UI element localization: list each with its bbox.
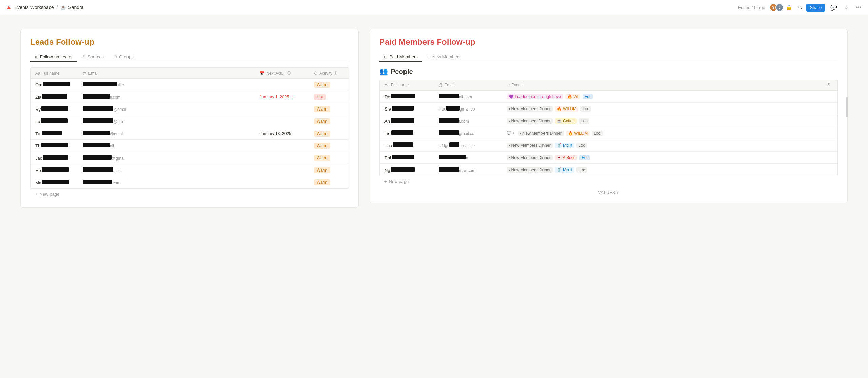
share-button[interactable]: Share xyxy=(806,4,825,12)
event-tag-sec: 🍷 A Secu xyxy=(555,155,578,160)
paid-members-tabs: ⊞ Paid Members ⊞ New Members xyxy=(379,52,838,62)
page-content: Leads Follow-up ⊞ Follow-up Leads ⏱ Sour… xyxy=(0,15,868,221)
td-email-0: ail.c xyxy=(81,80,258,89)
td-badge-7: Warm xyxy=(312,166,346,175)
td-pm-extra-5 xyxy=(825,156,835,159)
table-row: Jac @gma Warm xyxy=(31,152,349,164)
plus-count: +3 xyxy=(798,5,803,10)
td-date-3 xyxy=(258,120,312,123)
follow-up-leads-tab-icon: ⊞ xyxy=(35,55,38,59)
th-activity: ⏱ Activity ⓘ xyxy=(312,69,346,77)
topbar: 🔺 Events Workspace / ☕ Sandra Edited 1h … xyxy=(0,0,868,15)
th-pm-fn-label: Full name xyxy=(391,83,409,87)
td-pm-event-3: 💬 1 ▪ New Members Dinner 🔥 WILDM Loc xyxy=(505,129,825,137)
scrollbar[interactable] xyxy=(846,97,848,117)
table-row: Om ail.c Warm xyxy=(31,79,349,91)
table-row: Lu @gm Warm xyxy=(31,115,349,127)
td-pm-extra-3 xyxy=(825,132,835,135)
table-row: Tha c Ngugmail.co ▪ New Members Dinner 🥤… xyxy=(380,139,837,152)
td-pm-email-0: ail.com xyxy=(437,92,505,101)
paid-members-table-body: De ail.com 💜 Leadership Through Love 🔥 W… xyxy=(379,90,838,176)
workspace-name[interactable]: Events Workspace xyxy=(14,5,54,10)
clock-icon: ⏱ xyxy=(290,95,294,99)
th-activity-icon: ⏱ xyxy=(314,71,318,76)
td-pm-name-2: An xyxy=(382,117,437,125)
pm-new-page-row[interactable]: + New page xyxy=(379,176,838,187)
tab-follow-up-leads[interactable]: ⊞ Follow-up Leads xyxy=(30,52,77,62)
status-badge: Warm xyxy=(314,131,330,137)
event-tag-new-members-dinner-5: ▪ New Members Dinner xyxy=(507,155,553,160)
td-pm-name-0: De xyxy=(382,92,437,101)
people-label: People xyxy=(391,68,413,76)
sources-tab-icon: ⏱ xyxy=(82,55,86,59)
td-badge-3: Warm xyxy=(312,117,346,126)
status-badge: Warm xyxy=(314,82,330,88)
th-pm-extra-icon: ⏱ xyxy=(827,83,831,87)
comment-icon[interactable]: 💬 xyxy=(829,3,839,12)
event-tag-mix: 🥤 Mix it xyxy=(555,143,574,148)
page-name[interactable]: Sandra xyxy=(68,5,83,10)
status-tag-loc-5: Loc xyxy=(576,167,587,173)
th-fullname: Aa Full name xyxy=(33,69,81,77)
date-red: January 1, 2025 ⏱ xyxy=(260,95,310,99)
th-next-activity-info[interactable]: ⓘ xyxy=(287,71,291,76)
event-tag-new-members-dinner-2: ▪ New Members Dinner xyxy=(507,118,553,124)
status-badge: Warm xyxy=(314,179,330,185)
table-row: Ng mail.com ▪ New Members Dinner 🥤 Mix i… xyxy=(380,164,837,176)
status-badge: Warm xyxy=(314,106,330,112)
td-email-4: @gmai xyxy=(81,129,258,138)
th-activity-info[interactable]: ⓘ xyxy=(334,71,337,76)
td-pm-name-6: Ng xyxy=(382,166,437,174)
th-pm-fn-icon: Aa xyxy=(384,83,390,87)
more-options-icon[interactable]: ••• xyxy=(854,3,863,12)
tab-sources[interactable]: ⏱ Sources xyxy=(77,52,108,62)
sources-tab-label: Sources xyxy=(87,54,104,59)
td-date-0 xyxy=(258,83,312,86)
th-pm-email: @ Email xyxy=(437,81,505,89)
td-name-4: Tu xyxy=(33,129,81,138)
td-name-7: Ho xyxy=(33,166,81,174)
td-pm-name-5: Phi xyxy=(382,153,437,162)
new-page-label: New page xyxy=(40,192,60,197)
td-date-4: January 13, 2025 xyxy=(258,130,312,137)
td-name-8: Ma xyxy=(33,178,81,187)
td-badge-0: Warm xyxy=(312,80,346,89)
th-pm-ev-icon: ↗ xyxy=(507,83,510,87)
td-date-7 xyxy=(258,169,312,172)
avatar-group: S J xyxy=(769,3,784,12)
td-badge-5: Warm xyxy=(312,141,346,150)
status-tag-loc: Loc xyxy=(580,106,591,112)
leads-tabs: ⊞ Follow-up Leads ⏱ Sources ⏱ Groups xyxy=(30,52,349,62)
lock-icon: 🔒 xyxy=(786,4,792,11)
td-pm-event-6: ▪ New Members Dinner 🥤 Mix it Loc xyxy=(505,166,825,174)
td-date-8 xyxy=(258,181,312,184)
topbar-left: 🔺 Events Workspace / ☕ Sandra xyxy=(5,4,84,11)
status-badge: Warm xyxy=(314,155,330,161)
star-icon[interactable]: ☆ xyxy=(843,3,850,12)
th-pm-extra: ⏱ xyxy=(825,81,835,89)
pm-new-page-label: New page xyxy=(389,179,409,184)
new-page-row[interactable]: + New page xyxy=(30,189,349,199)
td-pm-name-1: Sie xyxy=(382,104,437,113)
tab-new-members[interactable]: ⊞ New Members xyxy=(422,52,466,62)
td-pm-event-5: ▪ New Members Dinner 🍷 A Secu For xyxy=(505,154,825,162)
status-badge: Warm xyxy=(314,118,330,124)
event-tag-wildm: 🔥 WILDM xyxy=(555,106,578,112)
td-pm-email-2: l.com xyxy=(437,117,505,125)
pm-new-page-plus-icon: + xyxy=(384,179,387,184)
status-badge: Warm xyxy=(314,167,330,173)
avatar-2: J xyxy=(775,3,784,12)
groups-tab-icon: ⏱ xyxy=(113,55,117,59)
breadcrumb-separator: / xyxy=(56,5,58,10)
th-email: @ Email xyxy=(81,69,258,77)
td-date-6 xyxy=(258,157,312,159)
values-footer: VALUES 7 xyxy=(379,187,838,195)
th-pm-event: ↗ Event xyxy=(505,81,825,89)
paid-members-table-header: Aa Full name @ Email ↗ Event ⏱ xyxy=(379,80,838,90)
status-badge: Hot xyxy=(314,94,326,100)
tab-paid-members[interactable]: ⊞ Paid Members xyxy=(379,52,422,62)
tab-groups[interactable]: ⏱ Groups xyxy=(108,52,138,62)
comment-count-icon: 💬 1 xyxy=(507,131,514,135)
status-tag-for: For xyxy=(583,94,593,99)
th-fullname-icon: Aa xyxy=(35,71,40,76)
